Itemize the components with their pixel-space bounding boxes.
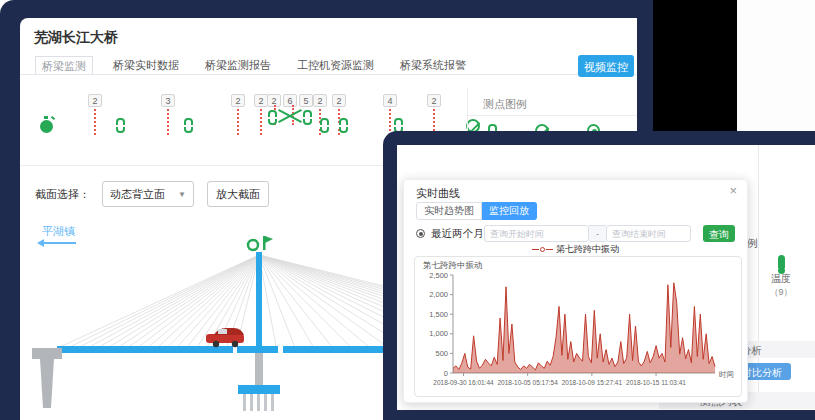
footing-cap (238, 385, 280, 394)
popup-page: 测点图例 温度 （9） 对比分析 对比分析 测点列表 实时曲线 × 实时趋势图 … (397, 145, 815, 410)
tab-divider (20, 74, 637, 75)
background-window-corner (737, 0, 815, 143)
badge-sensor-item[interactable]: 3 (161, 94, 175, 135)
legend-panel-divider (468, 115, 637, 116)
gps-sensor-icon (248, 240, 258, 250)
realtime-curve-dialog: 实时曲线 × 实时趋势图 监控回放 最近两个月 - 查询 第七跨跨中振动 第七跨… (403, 179, 748, 403)
tab-bridge-monitoring[interactable]: 桥梁监测 (35, 56, 93, 75)
svg-text:2018-10-09 15:27:41: 2018-10-09 15:27:41 (562, 379, 623, 386)
badge-sensor-item[interactable]: 2 (427, 94, 441, 135)
tab-realtime-trend[interactable]: 实时趋势图 (416, 202, 482, 220)
svg-text:2018-09-30 16:01:44: 2018-09-30 16:01:44 (433, 379, 494, 386)
temperature-legend-item[interactable]: 温度 （9） (760, 255, 802, 299)
last-two-months-radio[interactable] (416, 229, 425, 238)
svg-text:500: 500 (435, 349, 448, 358)
tab-realtime-data[interactable]: 桥梁实时数据 (113, 58, 179, 73)
vibration-chart[interactable]: 05001,0001,5002,0002,5002018-09-30 16:01… (417, 271, 739, 395)
svg-text:0: 0 (444, 369, 448, 378)
stopwatch-icon[interactable] (40, 120, 53, 133)
dialog-tab-group: 实时趋势图 监控回放 (416, 202, 537, 220)
video-monitor-button[interactable]: 视频监控 (578, 55, 634, 77)
svg-text:2018-10-05 05:17:54: 2018-10-05 05:17:54 (497, 379, 558, 386)
temperature-label: 温度 (771, 272, 791, 286)
chain-icon[interactable] (320, 118, 329, 133)
section-select-label: 截面选择： (35, 187, 90, 202)
svg-text:2,000: 2,000 (429, 290, 448, 299)
chain-icon[interactable] (184, 118, 193, 133)
legend-label: 第七跨跨中振动 (556, 244, 619, 254)
thermometer-icon (778, 255, 785, 268)
temperature-count: （9） (769, 286, 792, 299)
svg-text:1,000: 1,000 (429, 329, 448, 338)
main-tab-bar: 桥梁监测 桥梁实时数据 桥梁监测报告 工控机资源监测 桥梁系统报警 (35, 56, 492, 75)
footing-piles (243, 394, 274, 411)
chevron-down-icon: ▼ (178, 190, 186, 199)
chain-icon[interactable] (339, 118, 348, 133)
tab-system-alarm[interactable]: 桥梁系统报警 (400, 58, 466, 73)
chain-icon[interactable] (116, 118, 125, 133)
left-pier-cap (32, 348, 62, 359)
query-button[interactable]: 查询 (703, 225, 735, 242)
legend-line-icon (532, 249, 539, 250)
range-separator: - (589, 225, 606, 242)
badge-sensor-item[interactable]: 2 (88, 94, 102, 135)
section-select-value: 动态背立面 (110, 187, 165, 202)
popup-window: 测点图例 温度 （9） 对比分析 对比分析 测点列表 实时曲线 × 实时趋势图 … (383, 131, 815, 420)
tab-ipc-resource[interactable]: 工控机资源监测 (297, 58, 374, 73)
svg-text:2018-10-15 11:03:41: 2018-10-15 11:03:41 (626, 379, 686, 386)
badge-sensor-item[interactable]: 2 (231, 94, 245, 135)
anemometer-vane (265, 236, 273, 243)
query-start-time-input[interactable] (484, 225, 589, 242)
legend-panel-title: 测点图例 (483, 97, 527, 112)
left-pier-column (40, 359, 54, 408)
zoom-section-button[interactable]: 放大截面 (207, 181, 269, 207)
chart-panel: 第七跨跨中振动 05001,0001,5002,0002,5002018-09-… (414, 256, 742, 397)
last-two-months-label: 最近两个月 (431, 227, 484, 241)
deck-joint (278, 346, 283, 353)
legend-circle-icon (540, 247, 545, 252)
svg-text:2,500: 2,500 (429, 271, 448, 280)
tab-monitor-report[interactable]: 桥梁监测报告 (205, 58, 271, 73)
svg-text:时间: 时间 (719, 370, 734, 379)
desktop: 芜湖长江大桥 桥梁监测 桥梁实时数据 桥梁监测报告 工控机资源监测 桥梁系统报警… (0, 0, 815, 420)
page-title: 芜湖长江大桥 (34, 29, 118, 47)
bridge-tower-base (255, 353, 263, 385)
tab-monitor-playback[interactable]: 监控回放 (482, 202, 537, 220)
chart-legend[interactable]: 第七跨跨中振动 (404, 243, 747, 256)
close-icon[interactable]: × (729, 183, 737, 198)
dialog-title: 实时曲线 (416, 186, 460, 201)
bridge-tower (256, 252, 262, 353)
query-end-time-input[interactable] (606, 225, 691, 242)
car (206, 328, 244, 347)
truss-icon[interactable]: 265 (266, 94, 314, 125)
svg-text:1,500: 1,500 (429, 310, 448, 319)
section-select-dropdown[interactable]: 动态背立面 ▼ (102, 181, 194, 207)
legend-line-icon (546, 249, 553, 250)
